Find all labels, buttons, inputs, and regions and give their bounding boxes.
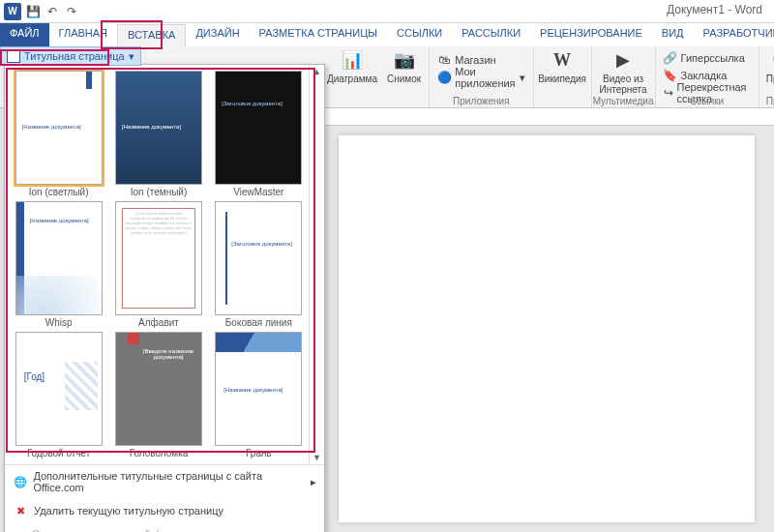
gallery-item-sideline[interactable]: [Заголовок документа] Боковая линия (211, 201, 307, 328)
thumb-placeholder: [Заголовок документа] (222, 101, 282, 106)
scroll-up-icon[interactable]: ▲ (313, 67, 321, 76)
remove-cover-button[interactable]: ✖Удалить текущую титульную страницу (5, 498, 324, 523)
chart-icon: 📊 (341, 48, 364, 72)
cover-page-icon (7, 49, 20, 63)
gallery-item-alphabet[interactable]: Lorem ipsum dolor sit amet consectetur a… (110, 201, 206, 328)
more-office-label: Дополнительные титульные страницы с сайт… (33, 470, 305, 493)
tab-file[interactable]: ФАЙЛ (0, 23, 49, 46)
wikipedia-label: Википедия (538, 74, 586, 84)
remove-icon: ✖ (13, 503, 28, 518)
chart-label: Диаграмма (327, 74, 377, 84)
store-label: Магазин (455, 54, 495, 66)
chart-button[interactable]: 📊 Диаграмма (327, 48, 377, 84)
thumb-placeholder: [Заголовок документа] (231, 241, 291, 247)
wikipedia-icon: W (551, 48, 574, 72)
thumb-placeholder: [Название документа] (122, 124, 181, 130)
qat-redo-icon[interactable]: ↷ (64, 4, 79, 19)
gallery-item-ion-dark[interactable]: [Название документа] Ion (темный) (110, 71, 206, 197)
dropdown-icon: ▾ (129, 50, 134, 63)
screenshot-label: Снимок (387, 74, 421, 84)
tab-references[interactable]: ССЫЛКИ (387, 23, 452, 46)
myapps-label: Мои приложения (455, 66, 515, 89)
save-selection-label: Сохранить выделенный фрагмент в коллекци… (32, 528, 316, 532)
group-label-links: Ссылки (656, 96, 759, 106)
group-label-apps: Приложения (430, 96, 532, 106)
group-media: ▶ Видео из Интернета Мультимедиа (592, 46, 656, 107)
gallery-caption: Ion (светлый) (11, 187, 106, 197)
wikipedia-button[interactable]: W Википедия (538, 48, 586, 84)
gallery-caption: Грань (211, 448, 307, 458)
screenshot-icon: 📷 (393, 48, 416, 72)
document-page[interactable] (339, 135, 755, 522)
cover-page-label: Титульная страница (24, 50, 125, 62)
gallery-item-facet[interactable]: [Название документа] Грань (211, 332, 307, 458)
group-apps: 🛍Магазин 🔵Мои приложения ▾ Приложения (430, 46, 533, 107)
more-from-office-button[interactable]: 🌐Дополнительные титульные страницы с сай… (5, 465, 324, 498)
tab-developer[interactable]: РАЗРАБОТЧИК (694, 23, 774, 46)
tab-layout[interactable]: РАЗМЕТКА СТРАНИЦЫ (250, 23, 387, 46)
qat-undo-icon[interactable]: ↶ (45, 4, 60, 19)
apps-icon: 🔵 (437, 71, 451, 84)
window-title: Документ1 - Word (667, 3, 762, 16)
ribbon-tabs: ФАЙЛ ГЛАВНАЯ ВСТАВКА ДИЗАЙН РАЗМЕТКА СТР… (0, 23, 774, 46)
bookmark-label: Закладка (681, 70, 728, 81)
gallery-caption: Годовой отчет (11, 448, 106, 458)
comment-label: Примеч (766, 74, 774, 84)
group-comments: 💬 Примеч Примеч (759, 46, 774, 107)
thumb-placeholder: [Введите название документа] (135, 348, 201, 360)
thumb-placeholder: [Название документа] (22, 124, 81, 130)
group-label-comments: Примеч (759, 96, 774, 106)
title-bar: W 💾 ↶ ↷ Документ1 - Word (0, 0, 774, 23)
video-icon: ▶ (611, 48, 635, 72)
gallery-caption: Головоломка (110, 448, 206, 458)
hyperlink-button[interactable]: 🔗Гиперссылка (664, 50, 745, 66)
gallery-caption: Алфавит (110, 317, 206, 328)
gallery-item-viewmaster[interactable]: [Заголовок документа] ViewMaster (211, 71, 307, 197)
scroll-down-icon[interactable]: ▼ (313, 453, 321, 462)
gallery-caption: Whisp (11, 317, 106, 328)
group-wiki: W Википедия (534, 46, 592, 107)
video-label: Видео из Интернета (600, 74, 647, 95)
cover-page-button[interactable]: Титульная страница ▾ (0, 46, 141, 66)
gallery-item-puzzle[interactable]: [Введите название документа] Головоломка (110, 332, 206, 458)
office-icon: 🌐 (13, 474, 27, 489)
gallery-caption: ViewMaster (211, 187, 307, 197)
screenshot-button[interactable]: 📷 Снимок (387, 48, 421, 84)
tab-home[interactable]: ГЛАВНАЯ (49, 23, 117, 46)
qat-save-icon[interactable]: 💾 (25, 4, 41, 19)
gallery-item-ion-light[interactable]: [Название документа] Ion (светлый) (11, 71, 106, 197)
chevron-right-icon: ▸ (311, 476, 316, 488)
hyperlink-icon: 🔗 (664, 51, 677, 65)
gallery-item-whisp[interactable]: [Название документа] Whisp (11, 201, 106, 328)
gallery-scrollbar[interactable]: ▲ ▼ (309, 65, 324, 464)
group-links: 🔗Гиперссылка 🔖Закладка ↪Перекрестная ссы… (656, 46, 759, 107)
tab-view[interactable]: ВИД (652, 23, 694, 46)
app-icon: W (4, 3, 21, 20)
store-icon: 🛍 (437, 53, 451, 67)
hyperlink-label: Гиперссылка (681, 52, 745, 64)
thumb-placeholder: [Название документа] (30, 218, 89, 223)
tab-mailings[interactable]: РАССЫЛКИ (452, 23, 530, 46)
thumb-placeholder: [Название документа] (223, 387, 283, 393)
group-label-media: Мультимедиа (592, 96, 655, 106)
cover-page-gallery: [Название документа] Ion (светлый) [Назв… (4, 64, 325, 532)
bookmark-icon: 🔖 (664, 69, 677, 82)
gallery-caption: Боковая линия (211, 317, 307, 328)
tab-design[interactable]: ДИЗАЙН (186, 23, 249, 46)
thumb-placeholder: [Год] (24, 371, 45, 382)
tab-review[interactable]: РЕЦЕНЗИРОВАНИЕ (530, 23, 652, 46)
comment-button[interactable]: 💬 Примеч (766, 48, 774, 84)
myapps-button[interactable]: 🔵Мои приложения ▾ (437, 70, 524, 85)
remove-label: Удалить текущую титульную страницу (34, 505, 223, 517)
group-illustrations: 📊 Диаграмма 📷 Снимок (319, 46, 430, 107)
gallery-item-annual[interactable]: [Год] Годовой отчет (11, 332, 106, 458)
tab-insert[interactable]: ВСТАВКА (117, 24, 186, 47)
horizontal-ruler[interactable] (319, 108, 774, 126)
gallery-caption: Ion (темный) (110, 187, 206, 197)
online-video-button[interactable]: ▶ Видео из Интернета (600, 48, 647, 95)
save-selection-button: 📄Сохранить выделенный фрагмент в коллекц… (5, 523, 324, 532)
